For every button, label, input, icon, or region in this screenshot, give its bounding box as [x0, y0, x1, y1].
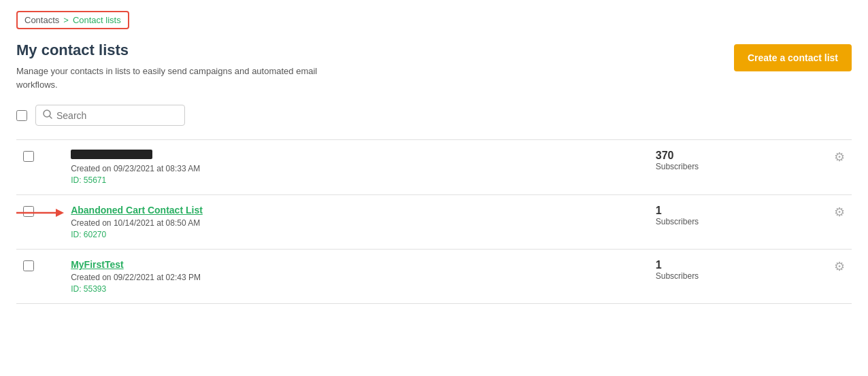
search-box [35, 105, 185, 126]
header-left: My contact lists Manage your contacts in… [16, 41, 343, 91]
gear-icon[interactable]: ⚙ [834, 150, 845, 164]
list-name-link[interactable]: MyFirstTest [71, 259, 124, 270]
list-created-date: Created on 09/22/2021 at 02:43 PM [71, 273, 642, 282]
list-info-cell: Created on 09/23/2021 at 08:33 AMID: 556… [64, 140, 649, 195]
page-description: Manage your contacts in lists to easily … [16, 65, 343, 91]
page-container: Contacts > Contact lists My contact list… [0, 0, 868, 315]
subscriber-label: Subscribers [656, 162, 786, 171]
breadcrumb-contact-lists[interactable]: Contact lists [73, 15, 121, 25]
table-row: MyFirstTestCreated on 09/22/2021 at 02:4… [16, 250, 852, 304]
list-info-cell: MyFirstTestCreated on 09/22/2021 at 02:4… [64, 250, 649, 304]
list-name-link[interactable]: Abandoned Cart Contact List [71, 205, 203, 216]
list-created-date: Created on 09/23/2021 at 08:33 AM [71, 164, 642, 173]
list-stats-cell: 1Subscribers [649, 250, 792, 304]
list-id: ID: 55393 [71, 284, 642, 294]
list-stats-cell: 370Subscribers [649, 140, 792, 195]
list-id: ID: 55671 [71, 175, 642, 185]
toolbar [16, 105, 852, 133]
subscriber-count: 1 [656, 205, 786, 217]
table-row: Created on 09/23/2021 at 08:33 AMID: 556… [16, 140, 852, 195]
subscriber-count: 370 [656, 150, 786, 162]
breadcrumb-separator: > [63, 15, 69, 25]
page-title: My contact lists [16, 41, 343, 59]
red-arrow-annotation [16, 205, 64, 221]
list-actions-cell: ⚙ [792, 250, 852, 304]
subscriber-count: 1 [656, 259, 786, 271]
list-info-cell: Abandoned Cart Contact ListCreated on 10… [64, 195, 649, 250]
subscriber-label: Subscribers [656, 271, 786, 281]
svg-marker-3 [56, 209, 64, 217]
page-header: My contact lists Manage your contacts in… [16, 41, 852, 91]
select-all-checkbox[interactable] [16, 110, 27, 121]
list-name-redacted [71, 150, 152, 159]
create-contact-list-button[interactable]: Create a contact list [734, 44, 852, 71]
gear-icon[interactable]: ⚙ [834, 205, 845, 219]
breadcrumb: Contacts > Contact lists [16, 11, 129, 29]
svg-line-1 [50, 116, 52, 118]
search-input[interactable] [56, 110, 178, 121]
list-created-date: Created on 10/14/2021 at 08:50 AM [71, 218, 642, 228]
list-actions-cell: ⚙ [792, 195, 852, 250]
list-stats-cell: 1Subscribers [649, 195, 792, 250]
table-row: Abandoned Cart Contact ListCreated on 10… [16, 195, 852, 250]
gear-icon[interactable]: ⚙ [834, 260, 845, 273]
list-actions-cell: ⚙ [792, 140, 852, 195]
subscriber-label: Subscribers [656, 217, 786, 226]
breadcrumb-contacts[interactable]: Contacts [24, 15, 59, 25]
row-checkbox[interactable] [23, 151, 34, 162]
contact-list-table: Created on 09/23/2021 at 08:33 AMID: 556… [16, 139, 852, 304]
list-id: ID: 60270 [71, 230, 642, 239]
row-checkbox[interactable] [23, 260, 34, 271]
search-icon [43, 109, 52, 121]
